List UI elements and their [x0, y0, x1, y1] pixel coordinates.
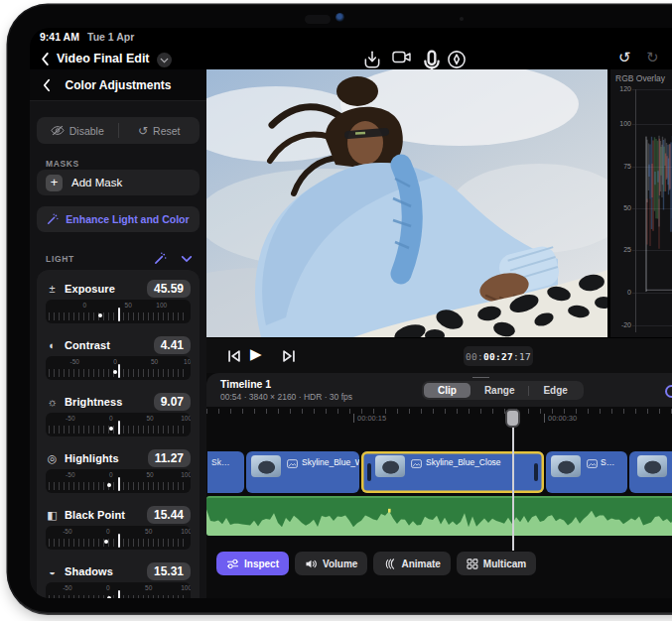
bezel-sensor-dot	[460, 17, 464, 21]
timeline-meta: 00:54 · 3840 × 2160 · HDR · 30 fps	[220, 392, 352, 402]
edit-mode-control: Clip Range Edge	[422, 381, 584, 400]
project-title[interactable]: Video Final Edit	[57, 52, 150, 65]
scope-tick-label: 25	[610, 246, 631, 253]
playhead-line	[512, 411, 514, 551]
reset-button[interactable]: ↺ Reset	[119, 117, 201, 144]
timeline-clip-selected[interactable]: Skyline_Blue_Close	[361, 451, 544, 493]
scope-gridline	[632, 325, 672, 326]
timecode-hours: 00:	[466, 351, 483, 362]
next-frame-icon[interactable]	[281, 348, 297, 364]
adjustment-black-point: ◧ Black Point 15.44 -50050100	[46, 504, 191, 550]
timecode-display[interactable]: 00:00:27:17	[464, 346, 533, 366]
rgb-overlay-scope: RGB Overlay 1201007550250-20	[607, 69, 672, 337]
scope-tick-label: 75	[610, 163, 631, 170]
trim-handle-left[interactable]	[367, 463, 371, 481]
disable-reset-group: Disable ↺ Reset	[37, 117, 200, 144]
animate-button[interactable]: Animate	[373, 552, 450, 575]
timeline-clip[interactable]: Skyline_Blue_Wide	[246, 451, 359, 493]
adjustment-value-field[interactable]: 15.31	[147, 562, 191, 580]
enhance-light-color-button[interactable]: Enhance Light and Color	[37, 206, 200, 232]
undo-icon[interactable]: ↺	[618, 49, 631, 66]
front-camera	[336, 13, 344, 22]
chevron-down-icon	[160, 58, 169, 63]
bezel-sensor-pill	[305, 15, 331, 24]
ipad-device-frame: 9:41 AM Tue 1 Apr Video Final Edit ↺ ↻ C…	[8, 5, 672, 612]
scope-tick-label: 100	[610, 120, 631, 127]
shadows-slider[interactable]: -50050100	[46, 582, 191, 598]
pencil-tool-icon[interactable]	[447, 50, 467, 69]
trim-handle-right[interactable]	[534, 463, 538, 481]
exposure-slider[interactable]: 050100	[46, 300, 191, 323]
adjustment-label: Contrast	[65, 339, 110, 351]
timeline-panel: Timeline 1 00:54 · 3840 × 2160 · HDR · 3…	[206, 373, 672, 598]
adjustment-contrast: ◐ Contrast 4.41 -50050100	[46, 334, 191, 380]
clip-label: Sk…	[211, 457, 229, 467]
adjustment-brightness: ☼ Brightness 9.07 -50050100	[46, 391, 191, 436]
previous-frame-icon[interactable]	[226, 348, 242, 364]
camera-icon[interactable]	[392, 50, 412, 69]
panel-back-icon[interactable]	[42, 78, 51, 92]
multicam-grid-icon	[467, 559, 478, 569]
adjustment-label: Brightness	[65, 396, 122, 408]
adjustment-exposure: ± Exposure 45.59 050100	[46, 278, 191, 323]
photo-icon	[587, 459, 598, 468]
back-icon[interactable]	[40, 52, 50, 66]
brightness-icon: ☼	[46, 396, 59, 408]
timeline-clip[interactable]	[629, 451, 672, 493]
clip-thumbnail	[637, 455, 667, 477]
project-title-dropdown[interactable]	[157, 53, 172, 67]
adjustment-value-field[interactable]: 4.41	[154, 336, 191, 354]
scope-tick-label: -20	[610, 321, 631, 328]
status-date: Tue 1 Apr	[87, 31, 134, 43]
import-icon[interactable]	[362, 50, 382, 69]
ruler-timestamp: 00:00:30	[544, 414, 577, 423]
plus-icon: +	[46, 175, 63, 191]
auto-enhance-icon[interactable]	[154, 252, 167, 265]
status-time: 9:41 AM	[40, 31, 79, 43]
collapse-chevron-icon[interactable]	[181, 255, 193, 263]
playhead-handle[interactable]	[505, 409, 520, 428]
timecode-main: 00:27	[483, 351, 513, 362]
viewer-photo	[206, 69, 607, 337]
play-icon[interactable]: ▶	[250, 345, 262, 363]
timeline-clip[interactable]: S…	[546, 451, 627, 493]
timeline-title: Timeline 1	[220, 378, 271, 390]
adjustment-value-field[interactable]: 45.59	[147, 280, 191, 298]
clip-thumbnail	[375, 455, 405, 477]
brightness-slider[interactable]: -50050100	[46, 413, 191, 436]
adjustment-value-field[interactable]: 9.07	[154, 393, 191, 411]
volume-label: Volume	[323, 559, 357, 569]
highlights-icon: ◎	[46, 452, 59, 465]
adjustment-label: Shadows	[65, 565, 113, 577]
transport-bar: ▶ 00:00:27:17	[206, 337, 672, 373]
adjustment-highlights: ◎ Highlights 11.27 -50050100	[46, 447, 191, 493]
timeline-clip[interactable]: Sk…	[207, 451, 244, 493]
light-section-header: LIGHT	[46, 252, 193, 265]
animate-icon	[383, 559, 396, 569]
add-mask-button[interactable]: + Add Mask	[37, 170, 200, 195]
mode-range[interactable]: Range	[470, 383, 529, 398]
animate-label: Animate	[401, 559, 440, 569]
light-adjustments-card: ± Exposure 45.59 050100 ◐ Contrast 4.41 …	[37, 270, 200, 598]
mode-edge[interactable]: Edge	[529, 383, 581, 398]
audio-waveform-svg	[206, 498, 672, 536]
light-section-label: LIGHT	[46, 254, 74, 264]
redo-icon[interactable]: ↻	[646, 49, 659, 66]
adjustment-value-field[interactable]: 15.44	[147, 506, 191, 524]
black-point-slider[interactable]: -50050100	[46, 526, 191, 550]
disable-button[interactable]: Disable	[37, 117, 118, 144]
volume-button[interactable]: Volume	[295, 552, 367, 575]
highlights-slider[interactable]: -50050100	[46, 469, 191, 493]
microphone-icon[interactable]	[422, 50, 442, 69]
timeline-option-icon[interactable]	[665, 385, 672, 398]
inspect-button[interactable]: Inspect	[216, 552, 289, 575]
eye-off-icon	[51, 125, 65, 136]
mode-clip[interactable]: Clip	[424, 383, 470, 398]
screen: 9:41 AM Tue 1 Apr Video Final Edit ↺ ↻ C…	[30, 28, 672, 598]
timeline-ruler[interactable]	[206, 409, 672, 414]
enhance-label: Enhance Light and Color	[66, 213, 189, 225]
audio-track[interactable]	[206, 496, 672, 536]
multicam-button[interactable]: Multicam	[457, 552, 536, 575]
contrast-slider[interactable]: -50050100	[46, 356, 191, 380]
adjustment-value-field[interactable]: 11.27	[148, 449, 191, 467]
